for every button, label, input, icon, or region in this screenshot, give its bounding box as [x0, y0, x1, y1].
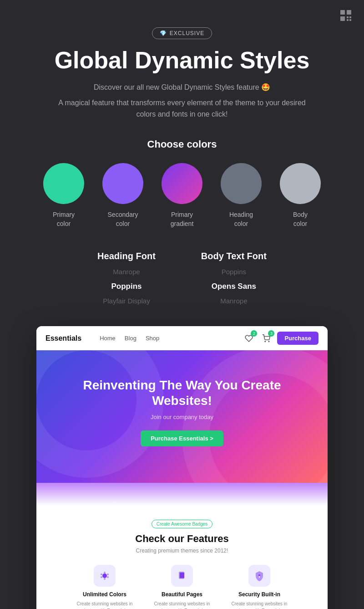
feature-card-security: Security Built-in Create stunning websit…: [223, 565, 296, 609]
heading-font-poppins[interactable]: Poppins: [97, 279, 156, 294]
feature-card-colors: Unlimited Colors Create stunning website…: [68, 565, 141, 609]
svg-point-14: [101, 576, 102, 578]
feature-security-title: Security Built-in: [225, 591, 293, 598]
wishlist-button[interactable]: 2: [243, 332, 255, 345]
preview-hero-subtitle: Join our company today: [55, 414, 309, 420]
heading-font-col: Heading Font Manrope Poppins Playfair Di…: [97, 251, 156, 308]
fonts-section: Heading Font Manrope Poppins Playfair Di…: [0, 242, 364, 326]
svg-point-11: [107, 573, 109, 575]
heading-font-label: Heading Font: [97, 251, 156, 261]
hero-subtitle1: Discover our all new Global Dynamic Styl…: [55, 82, 309, 93]
preview-brand: Essentials: [46, 334, 81, 343]
nav-link-shop[interactable]: Shop: [146, 335, 159, 342]
heading-font-manrope[interactable]: Manrope: [97, 265, 156, 279]
gradient-circle[interactable]: [162, 163, 202, 204]
body-font-col: Body Text Font Poppins Opens Sans Manrop…: [201, 251, 267, 308]
pages-icon: [171, 565, 193, 587]
feature-pages-desc: Create stunning websites in minutes with…: [148, 600, 216, 609]
feature-card-pages: Beautiful Pages Create stunning websites…: [146, 565, 218, 609]
preview-nav: Essentials Home Blog Shop 2 3 Purchase: [36, 326, 328, 350]
preview-card: Essentials Home Blog Shop 2 3 Purchase R…: [36, 326, 328, 609]
svg-rect-4: [349, 16, 351, 18]
nav-purchase-button[interactable]: Purchase: [277, 332, 318, 345]
body-font-manrope[interactable]: Manrope: [201, 294, 267, 308]
svg-rect-3: [347, 16, 349, 18]
svg-point-8: [269, 341, 270, 342]
colors-heading: Choose colors: [18, 138, 346, 150]
body-font-label: Body Text Font: [201, 251, 267, 261]
color-swatches: Primarycolor Secondarycolor Primarygradi…: [18, 163, 346, 228]
cart-button[interactable]: 3: [260, 332, 273, 345]
svg-point-13: [104, 578, 106, 580]
heading-label: Headingcolor: [229, 210, 253, 228]
primary-label: Primarycolor: [53, 210, 75, 228]
svg-point-7: [265, 341, 266, 342]
nav-link-home[interactable]: Home: [100, 335, 116, 342]
body-label: Bodycolor: [293, 210, 308, 228]
brand-icon: [339, 8, 353, 23]
svg-point-10: [104, 572, 106, 573]
hero-title: Global Dynamic Styles: [27, 47, 337, 73]
preview-features: Create Awesome Badges Check our Features…: [36, 506, 328, 609]
swatch-secondary[interactable]: Secondarycolor: [102, 163, 143, 228]
svg-point-15: [101, 573, 102, 575]
svg-point-12: [107, 576, 109, 578]
diamond-icon: 💎: [160, 30, 167, 36]
gradient-label: Primarygradient: [171, 210, 194, 228]
feature-cards: Unlimited Colors Create stunning website…: [46, 565, 318, 609]
heading-circle[interactable]: [221, 163, 262, 204]
secondary-label: Secondarycolor: [108, 210, 138, 228]
heading-font-playfair[interactable]: Playfair Display: [97, 294, 156, 308]
feature-colors-title: Unlimited Colors: [71, 591, 139, 598]
wishlist-count: 2: [251, 330, 257, 337]
security-icon: [248, 565, 270, 587]
exclusive-badge: 💎 EXCLUSIVE: [152, 27, 212, 39]
swatch-gradient[interactable]: Primarygradient: [162, 163, 202, 228]
swatch-body[interactable]: Bodycolor: [280, 163, 321, 228]
svg-rect-0: [340, 10, 345, 15]
features-title: Check our Features: [46, 533, 318, 545]
swatch-primary[interactable]: Primarycolor: [43, 163, 84, 228]
body-font-poppins[interactable]: Poppins: [201, 265, 267, 279]
colors-section: Choose colors Primarycolor Secondarycolo…: [0, 134, 364, 242]
svg-point-9: [102, 573, 107, 578]
feature-pages-title: Beautiful Pages: [148, 591, 216, 598]
colors-icon: [94, 565, 116, 587]
secondary-circle[interactable]: [102, 163, 143, 204]
hero-subtitle2: A magical feature that transforms every …: [55, 97, 309, 120]
svg-rect-2: [340, 16, 345, 21]
preview-hero-title: Reinventing The Way You Create Websites!: [55, 378, 309, 408]
svg-rect-6: [349, 19, 351, 21]
swatch-heading[interactable]: Headingcolor: [221, 163, 262, 228]
preview-hero-cta[interactable]: Purchase Essentials >: [141, 430, 223, 446]
svg-rect-5: [347, 19, 349, 21]
cart-count: 3: [268, 330, 274, 337]
feature-colors-desc: Create stunning websites in minutes with…: [71, 600, 139, 609]
svg-rect-17: [180, 573, 184, 578]
body-circle[interactable]: [280, 163, 321, 204]
hero-section: 💎 EXCLUSIVE Global Dynamic Styles Discov…: [0, 23, 364, 134]
primary-circle[interactable]: [43, 163, 84, 204]
badge-text: EXCLUSIVE: [170, 30, 204, 36]
top-bar: [0, 0, 364, 23]
nav-right: 2 3 Purchase: [243, 332, 318, 345]
feature-security-desc: Create stunning websites in minutes with…: [225, 600, 293, 609]
body-font-opensans[interactable]: Opens Sans: [201, 279, 267, 294]
wave-divider: [36, 483, 328, 506]
features-subtitle: Creating premium themes since 2012!: [46, 548, 318, 554]
nav-link-blog[interactable]: Blog: [125, 335, 136, 342]
svg-rect-1: [347, 10, 351, 15]
features-badge: Create Awesome Badges: [152, 520, 213, 528]
preview-hero-banner: Reinventing The Way You Create Websites!…: [36, 350, 328, 483]
